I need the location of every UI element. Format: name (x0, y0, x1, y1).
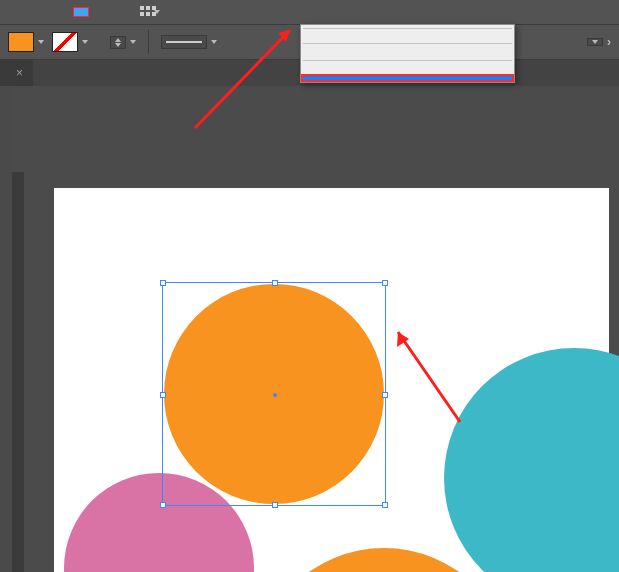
handle[interactable] (382, 280, 388, 286)
artboard[interactable] (54, 188, 609, 572)
document-tab[interactable]: × (0, 60, 33, 86)
handle[interactable] (382, 392, 388, 398)
opacity-field[interactable] (587, 38, 603, 46)
fill-swatch[interactable] (8, 32, 34, 52)
menu-section-header (301, 64, 514, 74)
stroke-style-dropdown[interactable] (161, 35, 207, 49)
menu-item-effect-gallery[interactable] (301, 74, 514, 82)
handle[interactable] (160, 502, 166, 508)
separator (148, 30, 149, 54)
chevron-down-icon (592, 40, 598, 44)
more-icon[interactable]: › (607, 35, 611, 49)
menu-view[interactable] (88, 8, 102, 16)
chevron-down-icon[interactable] (82, 40, 88, 44)
center-point[interactable] (273, 393, 277, 397)
circle-shape[interactable] (444, 348, 619, 572)
chevron-down-icon[interactable] (130, 40, 136, 44)
handle[interactable] (272, 502, 278, 508)
menu-object[interactable] (32, 8, 46, 16)
menu-select[interactable] (60, 8, 74, 16)
svg-rect-3 (140, 12, 144, 16)
line-icon (166, 37, 202, 47)
handle[interactable] (160, 280, 166, 286)
handle[interactable] (160, 392, 166, 398)
chevron-down-icon[interactable] (38, 40, 44, 44)
menu-section-header (301, 47, 514, 57)
selection-bounding-box[interactable] (162, 282, 386, 506)
menu-type[interactable] (46, 8, 60, 16)
svg-rect-4 (146, 12, 150, 16)
menu-file[interactable] (4, 8, 18, 16)
separator (303, 60, 512, 61)
close-icon[interactable]: × (16, 66, 23, 80)
handle[interactable] (382, 502, 388, 508)
chevron-down-icon[interactable] (211, 40, 217, 44)
menubar (0, 0, 619, 24)
menu-effect[interactable] (74, 8, 88, 16)
separator (303, 43, 512, 44)
effect-menu-dropdown (300, 24, 515, 83)
menu-edit[interactable] (18, 8, 32, 16)
stroke-swatch[interactable] (52, 32, 78, 52)
svg-rect-0 (140, 6, 144, 10)
workspace (12, 86, 619, 572)
handle[interactable] (272, 280, 278, 286)
menu-item-doc-grid[interactable] (301, 32, 514, 40)
menu-help[interactable] (116, 8, 130, 16)
stroke-weight-stepper[interactable] (110, 36, 126, 49)
menu-window[interactable] (102, 8, 116, 16)
svg-rect-2 (152, 6, 156, 10)
workspace-switcher-icon[interactable] (140, 6, 160, 18)
separator (303, 28, 512, 29)
svg-rect-5 (152, 12, 156, 16)
svg-rect-1 (146, 6, 150, 10)
left-rail (12, 172, 24, 572)
